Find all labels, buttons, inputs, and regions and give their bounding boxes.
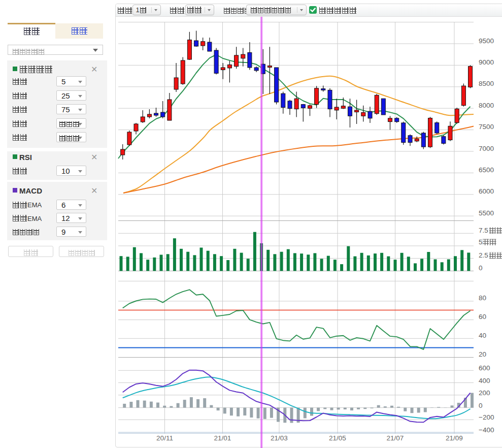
- svg-text:21/01: 21/01: [214, 434, 231, 442]
- svg-text:21/05: 21/05: [329, 434, 346, 442]
- svg-text:−200: −200: [479, 413, 494, 421]
- svg-text:7.5: 7.5: [479, 227, 488, 234]
- svg-text:200: 200: [479, 389, 490, 397]
- svg-text:9000: 9000: [479, 58, 494, 66]
- svg-text:9500: 9500: [479, 37, 494, 45]
- svg-text:20/11: 20/11: [156, 434, 173, 442]
- svg-text:400: 400: [479, 377, 490, 385]
- svg-text:8500: 8500: [479, 80, 494, 87]
- svg-text:2.5: 2.5: [479, 251, 488, 259]
- svg-text:21/09: 21/09: [446, 434, 463, 442]
- svg-text:7500: 7500: [479, 123, 494, 131]
- svg-text:5500: 5500: [479, 209, 494, 217]
- svg-text:21/03: 21/03: [271, 434, 288, 442]
- svg-text:600: 600: [479, 364, 490, 372]
- svg-text:40: 40: [479, 332, 486, 339]
- svg-text:−400: −400: [479, 426, 494, 434]
- svg-text:8000: 8000: [479, 102, 494, 109]
- svg-text:0: 0: [479, 264, 483, 272]
- svg-text:20: 20: [479, 350, 486, 358]
- svg-text:6000: 6000: [479, 187, 494, 195]
- svg-text:6500: 6500: [479, 166, 494, 174]
- svg-text:60: 60: [479, 313, 486, 321]
- svg-text:7000: 7000: [479, 145, 494, 152]
- svg-text:80: 80: [479, 294, 486, 302]
- svg-text:5: 5: [479, 238, 483, 246]
- svg-text:21/07: 21/07: [387, 434, 404, 442]
- svg-text:0: 0: [479, 402, 483, 409]
